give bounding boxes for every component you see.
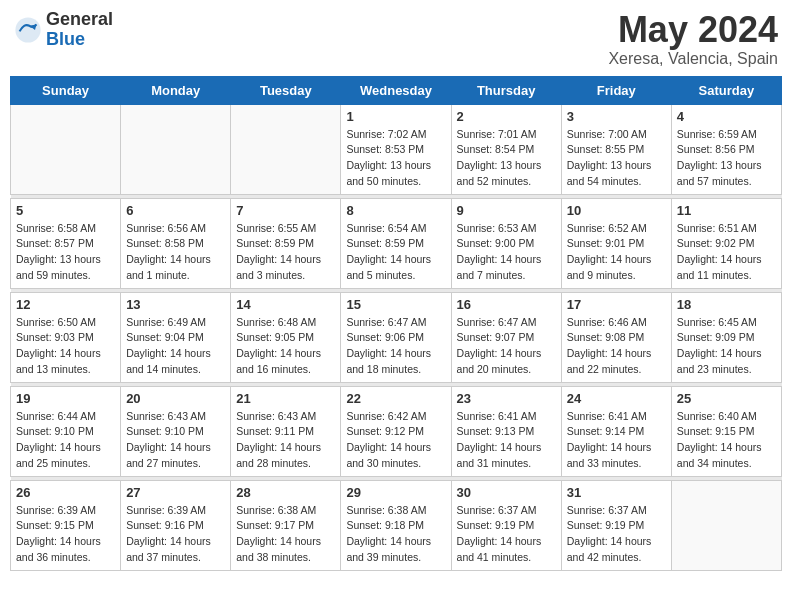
logo-blue-text: Blue bbox=[46, 30, 113, 50]
day-number: 20 bbox=[126, 391, 225, 406]
day-info: Sunrise: 6:50 AMSunset: 9:03 PMDaylight:… bbox=[16, 315, 115, 378]
day-number: 8 bbox=[346, 203, 445, 218]
calendar-cell: 29Sunrise: 6:38 AMSunset: 9:18 PMDayligh… bbox=[341, 480, 451, 570]
day-info: Sunrise: 7:01 AMSunset: 8:54 PMDaylight:… bbox=[457, 127, 556, 190]
calendar-cell: 11Sunrise: 6:51 AMSunset: 9:02 PMDayligh… bbox=[671, 198, 781, 288]
day-info: Sunrise: 6:53 AMSunset: 9:00 PMDaylight:… bbox=[457, 221, 556, 284]
day-info: Sunrise: 6:51 AMSunset: 9:02 PMDaylight:… bbox=[677, 221, 776, 284]
day-number: 6 bbox=[126, 203, 225, 218]
day-number: 24 bbox=[567, 391, 666, 406]
calendar-cell: 24Sunrise: 6:41 AMSunset: 9:14 PMDayligh… bbox=[561, 386, 671, 476]
logo-general-text: General bbox=[46, 10, 113, 30]
day-info: Sunrise: 6:52 AMSunset: 9:01 PMDaylight:… bbox=[567, 221, 666, 284]
page-header: General Blue May 2024 Xeresa, Valencia, … bbox=[10, 10, 782, 68]
day-of-week-header: Friday bbox=[561, 76, 671, 104]
day-number: 2 bbox=[457, 109, 556, 124]
day-number: 28 bbox=[236, 485, 335, 500]
calendar-cell: 23Sunrise: 6:41 AMSunset: 9:13 PMDayligh… bbox=[451, 386, 561, 476]
week-row: 1Sunrise: 7:02 AMSunset: 8:53 PMDaylight… bbox=[11, 104, 782, 194]
day-number: 19 bbox=[16, 391, 115, 406]
calendar-cell bbox=[231, 104, 341, 194]
title-section: May 2024 Xeresa, Valencia, Spain bbox=[608, 10, 778, 68]
calendar-cell: 9Sunrise: 6:53 AMSunset: 9:00 PMDaylight… bbox=[451, 198, 561, 288]
week-row: 19Sunrise: 6:44 AMSunset: 9:10 PMDayligh… bbox=[11, 386, 782, 476]
calendar-cell: 31Sunrise: 6:37 AMSunset: 9:19 PMDayligh… bbox=[561, 480, 671, 570]
day-info: Sunrise: 6:41 AMSunset: 9:14 PMDaylight:… bbox=[567, 409, 666, 472]
day-number: 12 bbox=[16, 297, 115, 312]
calendar-cell: 7Sunrise: 6:55 AMSunset: 8:59 PMDaylight… bbox=[231, 198, 341, 288]
day-info: Sunrise: 6:56 AMSunset: 8:58 PMDaylight:… bbox=[126, 221, 225, 284]
day-info: Sunrise: 6:59 AMSunset: 8:56 PMDaylight:… bbox=[677, 127, 776, 190]
day-info: Sunrise: 6:44 AMSunset: 9:10 PMDaylight:… bbox=[16, 409, 115, 472]
day-number: 27 bbox=[126, 485, 225, 500]
day-info: Sunrise: 6:47 AMSunset: 9:06 PMDaylight:… bbox=[346, 315, 445, 378]
calendar-cell: 1Sunrise: 7:02 AMSunset: 8:53 PMDaylight… bbox=[341, 104, 451, 194]
calendar-cell: 20Sunrise: 6:43 AMSunset: 9:10 PMDayligh… bbox=[121, 386, 231, 476]
day-info: Sunrise: 6:47 AMSunset: 9:07 PMDaylight:… bbox=[457, 315, 556, 378]
day-number: 9 bbox=[457, 203, 556, 218]
day-info: Sunrise: 6:49 AMSunset: 9:04 PMDaylight:… bbox=[126, 315, 225, 378]
calendar-cell: 30Sunrise: 6:37 AMSunset: 9:19 PMDayligh… bbox=[451, 480, 561, 570]
calendar-cell: 15Sunrise: 6:47 AMSunset: 9:06 PMDayligh… bbox=[341, 292, 451, 382]
day-of-week-header: Tuesday bbox=[231, 76, 341, 104]
day-number: 23 bbox=[457, 391, 556, 406]
location-subtitle: Xeresa, Valencia, Spain bbox=[608, 50, 778, 68]
calendar-cell: 16Sunrise: 6:47 AMSunset: 9:07 PMDayligh… bbox=[451, 292, 561, 382]
calendar-table: SundayMondayTuesdayWednesdayThursdayFrid… bbox=[10, 76, 782, 571]
day-number: 14 bbox=[236, 297, 335, 312]
day-info: Sunrise: 6:41 AMSunset: 9:13 PMDaylight:… bbox=[457, 409, 556, 472]
calendar-cell: 28Sunrise: 6:38 AMSunset: 9:17 PMDayligh… bbox=[231, 480, 341, 570]
week-row: 12Sunrise: 6:50 AMSunset: 9:03 PMDayligh… bbox=[11, 292, 782, 382]
day-of-week-header: Wednesday bbox=[341, 76, 451, 104]
day-info: Sunrise: 6:46 AMSunset: 9:08 PMDaylight:… bbox=[567, 315, 666, 378]
day-of-week-header: Sunday bbox=[11, 76, 121, 104]
calendar-cell: 2Sunrise: 7:01 AMSunset: 8:54 PMDaylight… bbox=[451, 104, 561, 194]
calendar-cell: 17Sunrise: 6:46 AMSunset: 9:08 PMDayligh… bbox=[561, 292, 671, 382]
calendar-cell: 18Sunrise: 6:45 AMSunset: 9:09 PMDayligh… bbox=[671, 292, 781, 382]
calendar-cell: 19Sunrise: 6:44 AMSunset: 9:10 PMDayligh… bbox=[11, 386, 121, 476]
day-info: Sunrise: 6:38 AMSunset: 9:17 PMDaylight:… bbox=[236, 503, 335, 566]
calendar-cell: 13Sunrise: 6:49 AMSunset: 9:04 PMDayligh… bbox=[121, 292, 231, 382]
day-number: 22 bbox=[346, 391, 445, 406]
calendar-cell: 10Sunrise: 6:52 AMSunset: 9:01 PMDayligh… bbox=[561, 198, 671, 288]
calendar-cell: 6Sunrise: 6:56 AMSunset: 8:58 PMDaylight… bbox=[121, 198, 231, 288]
calendar-cell bbox=[121, 104, 231, 194]
day-of-week-header: Saturday bbox=[671, 76, 781, 104]
day-of-week-header: Thursday bbox=[451, 76, 561, 104]
calendar-cell: 14Sunrise: 6:48 AMSunset: 9:05 PMDayligh… bbox=[231, 292, 341, 382]
week-row: 5Sunrise: 6:58 AMSunset: 8:57 PMDaylight… bbox=[11, 198, 782, 288]
day-number: 10 bbox=[567, 203, 666, 218]
day-number: 18 bbox=[677, 297, 776, 312]
calendar-cell bbox=[671, 480, 781, 570]
day-info: Sunrise: 6:37 AMSunset: 9:19 PMDaylight:… bbox=[567, 503, 666, 566]
calendar-cell: 27Sunrise: 6:39 AMSunset: 9:16 PMDayligh… bbox=[121, 480, 231, 570]
calendar-cell: 5Sunrise: 6:58 AMSunset: 8:57 PMDaylight… bbox=[11, 198, 121, 288]
day-number: 29 bbox=[346, 485, 445, 500]
day-info: Sunrise: 6:43 AMSunset: 9:11 PMDaylight:… bbox=[236, 409, 335, 472]
calendar-cell: 25Sunrise: 6:40 AMSunset: 9:15 PMDayligh… bbox=[671, 386, 781, 476]
day-info: Sunrise: 6:37 AMSunset: 9:19 PMDaylight:… bbox=[457, 503, 556, 566]
month-year-title: May 2024 bbox=[608, 10, 778, 50]
day-number: 15 bbox=[346, 297, 445, 312]
day-number: 7 bbox=[236, 203, 335, 218]
day-number: 25 bbox=[677, 391, 776, 406]
day-info: Sunrise: 7:02 AMSunset: 8:53 PMDaylight:… bbox=[346, 127, 445, 190]
day-info: Sunrise: 6:39 AMSunset: 9:15 PMDaylight:… bbox=[16, 503, 115, 566]
day-number: 1 bbox=[346, 109, 445, 124]
day-info: Sunrise: 6:54 AMSunset: 8:59 PMDaylight:… bbox=[346, 221, 445, 284]
day-number: 4 bbox=[677, 109, 776, 124]
day-info: Sunrise: 6:43 AMSunset: 9:10 PMDaylight:… bbox=[126, 409, 225, 472]
day-info: Sunrise: 7:00 AMSunset: 8:55 PMDaylight:… bbox=[567, 127, 666, 190]
day-number: 26 bbox=[16, 485, 115, 500]
logo: General Blue bbox=[14, 10, 113, 50]
calendar-cell: 21Sunrise: 6:43 AMSunset: 9:11 PMDayligh… bbox=[231, 386, 341, 476]
calendar-cell bbox=[11, 104, 121, 194]
calendar-header-row: SundayMondayTuesdayWednesdayThursdayFrid… bbox=[11, 76, 782, 104]
week-row: 26Sunrise: 6:39 AMSunset: 9:15 PMDayligh… bbox=[11, 480, 782, 570]
day-info: Sunrise: 6:42 AMSunset: 9:12 PMDaylight:… bbox=[346, 409, 445, 472]
day-number: 21 bbox=[236, 391, 335, 406]
day-info: Sunrise: 6:40 AMSunset: 9:15 PMDaylight:… bbox=[677, 409, 776, 472]
calendar-cell: 8Sunrise: 6:54 AMSunset: 8:59 PMDaylight… bbox=[341, 198, 451, 288]
calendar-cell: 26Sunrise: 6:39 AMSunset: 9:15 PMDayligh… bbox=[11, 480, 121, 570]
calendar-cell: 4Sunrise: 6:59 AMSunset: 8:56 PMDaylight… bbox=[671, 104, 781, 194]
